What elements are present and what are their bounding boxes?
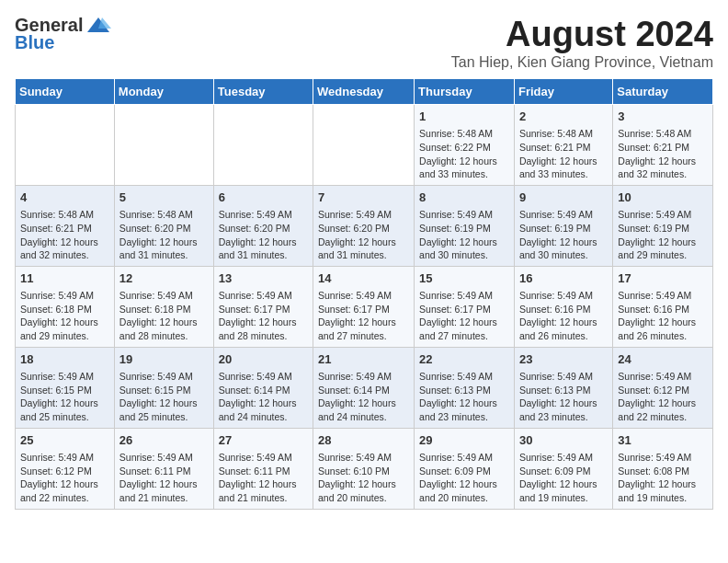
title-section: August 2024 Tan Hiep, Kien Giang Provinc… xyxy=(451,15,713,71)
day-number: 7 xyxy=(318,190,409,206)
week-row-1: 1Sunrise: 5:48 AM Sunset: 6:22 PM Daylig… xyxy=(16,105,713,186)
day-info: Sunrise: 5:49 AM Sunset: 6:11 PM Dayligh… xyxy=(119,451,209,505)
svg-marker-1 xyxy=(98,17,111,29)
day-cell: 13Sunrise: 5:49 AM Sunset: 6:17 PM Dayli… xyxy=(213,266,313,347)
day-number: 14 xyxy=(318,270,409,287)
day-info: Sunrise: 5:49 AM Sunset: 6:19 PM Dayligh… xyxy=(419,208,509,262)
day-number: 16 xyxy=(519,270,608,287)
page-header: General Blue August 2024 Tan Hiep, Kien … xyxy=(15,15,713,71)
day-cell: 25Sunrise: 5:49 AM Sunset: 6:12 PM Dayli… xyxy=(16,428,115,509)
day-info: Sunrise: 5:49 AM Sunset: 6:08 PM Dayligh… xyxy=(618,451,708,505)
day-info: Sunrise: 5:48 AM Sunset: 6:21 PM Dayligh… xyxy=(519,127,608,181)
day-number: 25 xyxy=(20,432,109,449)
day-number: 3 xyxy=(618,109,708,125)
day-info: Sunrise: 5:49 AM Sunset: 6:17 PM Dayligh… xyxy=(318,289,409,343)
day-header-friday: Friday xyxy=(514,79,612,105)
day-cell: 3Sunrise: 5:48 AM Sunset: 6:21 PM Daylig… xyxy=(613,105,713,186)
day-cell: 1Sunrise: 5:48 AM Sunset: 6:22 PM Daylig… xyxy=(415,105,515,186)
day-cell: 17Sunrise: 5:49 AM Sunset: 6:16 PM Dayli… xyxy=(613,266,713,347)
day-info: Sunrise: 5:49 AM Sunset: 6:20 PM Dayligh… xyxy=(219,208,308,262)
calendar-table: SundayMondayTuesdayWednesdayThursdayFrid… xyxy=(15,78,713,510)
day-cell: 14Sunrise: 5:49 AM Sunset: 6:17 PM Dayli… xyxy=(313,266,415,347)
day-info: Sunrise: 5:49 AM Sunset: 6:19 PM Dayligh… xyxy=(618,208,708,262)
day-header-wednesday: Wednesday xyxy=(313,79,415,105)
day-cell: 29Sunrise: 5:49 AM Sunset: 6:09 PM Dayli… xyxy=(415,428,515,509)
day-number: 28 xyxy=(318,432,409,449)
day-number: 2 xyxy=(519,109,608,125)
day-cell xyxy=(16,105,115,186)
day-info: Sunrise: 5:49 AM Sunset: 6:20 PM Dayligh… xyxy=(318,208,409,262)
day-info: Sunrise: 5:49 AM Sunset: 6:19 PM Dayligh… xyxy=(519,208,608,262)
day-cell xyxy=(114,105,213,186)
day-cell: 18Sunrise: 5:49 AM Sunset: 6:15 PM Dayli… xyxy=(16,347,115,428)
logo: General Blue xyxy=(15,15,111,53)
day-info: Sunrise: 5:49 AM Sunset: 6:14 PM Dayligh… xyxy=(318,370,409,424)
day-number: 22 xyxy=(419,351,509,368)
day-number: 21 xyxy=(318,351,409,368)
day-cell: 31Sunrise: 5:49 AM Sunset: 6:08 PM Dayli… xyxy=(613,428,713,509)
day-number: 24 xyxy=(618,351,708,368)
day-cell xyxy=(213,105,313,186)
day-cell xyxy=(313,105,415,186)
week-row-5: 25Sunrise: 5:49 AM Sunset: 6:12 PM Dayli… xyxy=(16,428,713,509)
day-number: 5 xyxy=(119,190,209,206)
day-number: 6 xyxy=(219,190,308,206)
day-info: Sunrise: 5:49 AM Sunset: 6:12 PM Dayligh… xyxy=(20,451,109,505)
day-info: Sunrise: 5:49 AM Sunset: 6:14 PM Dayligh… xyxy=(219,370,308,424)
day-cell: 9Sunrise: 5:49 AM Sunset: 6:19 PM Daylig… xyxy=(514,185,612,266)
day-header-thursday: Thursday xyxy=(415,79,515,105)
day-cell: 28Sunrise: 5:49 AM Sunset: 6:10 PM Dayli… xyxy=(313,428,415,509)
day-number: 9 xyxy=(519,190,608,206)
day-number: 17 xyxy=(618,270,708,287)
day-header-sunday: Sunday xyxy=(16,79,115,105)
day-cell: 26Sunrise: 5:49 AM Sunset: 6:11 PM Dayli… xyxy=(114,428,213,509)
week-row-3: 11Sunrise: 5:49 AM Sunset: 6:18 PM Dayli… xyxy=(16,266,713,347)
day-info: Sunrise: 5:49 AM Sunset: 6:11 PM Dayligh… xyxy=(219,451,308,505)
day-cell: 20Sunrise: 5:49 AM Sunset: 6:14 PM Dayli… xyxy=(213,347,313,428)
day-cell: 27Sunrise: 5:49 AM Sunset: 6:11 PM Dayli… xyxy=(213,428,313,509)
day-cell: 19Sunrise: 5:49 AM Sunset: 6:15 PM Dayli… xyxy=(114,347,213,428)
day-info: Sunrise: 5:48 AM Sunset: 6:20 PM Dayligh… xyxy=(119,208,209,262)
day-number: 27 xyxy=(219,432,308,449)
day-cell: 5Sunrise: 5:48 AM Sunset: 6:20 PM Daylig… xyxy=(114,185,213,266)
day-number: 30 xyxy=(519,432,608,449)
day-info: Sunrise: 5:49 AM Sunset: 6:18 PM Dayligh… xyxy=(119,289,209,343)
day-cell: 2Sunrise: 5:48 AM Sunset: 6:21 PM Daylig… xyxy=(514,105,612,186)
day-header-tuesday: Tuesday xyxy=(213,79,313,105)
day-info: Sunrise: 5:49 AM Sunset: 6:16 PM Dayligh… xyxy=(618,289,708,343)
day-info: Sunrise: 5:49 AM Sunset: 6:17 PM Dayligh… xyxy=(219,289,308,343)
day-cell: 4Sunrise: 5:48 AM Sunset: 6:21 PM Daylig… xyxy=(16,185,115,266)
day-cell: 10Sunrise: 5:49 AM Sunset: 6:19 PM Dayli… xyxy=(613,185,713,266)
day-number: 19 xyxy=(119,351,209,368)
day-cell: 24Sunrise: 5:49 AM Sunset: 6:12 PM Dayli… xyxy=(613,347,713,428)
day-info: Sunrise: 5:49 AM Sunset: 6:16 PM Dayligh… xyxy=(519,289,608,343)
day-cell: 6Sunrise: 5:49 AM Sunset: 6:20 PM Daylig… xyxy=(213,185,313,266)
day-cell: 23Sunrise: 5:49 AM Sunset: 6:13 PM Dayli… xyxy=(514,347,612,428)
day-info: Sunrise: 5:49 AM Sunset: 6:18 PM Dayligh… xyxy=(20,289,109,343)
day-info: Sunrise: 5:49 AM Sunset: 6:09 PM Dayligh… xyxy=(419,451,509,505)
day-number: 11 xyxy=(20,270,109,287)
day-cell: 15Sunrise: 5:49 AM Sunset: 6:17 PM Dayli… xyxy=(415,266,515,347)
day-number: 20 xyxy=(219,351,308,368)
month-title: August 2024 xyxy=(451,15,713,54)
day-cell: 21Sunrise: 5:49 AM Sunset: 6:14 PM Dayli… xyxy=(313,347,415,428)
day-number: 10 xyxy=(618,190,708,206)
day-number: 12 xyxy=(119,270,209,287)
day-number: 4 xyxy=(20,190,109,206)
day-cell: 7Sunrise: 5:49 AM Sunset: 6:20 PM Daylig… xyxy=(313,185,415,266)
day-number: 23 xyxy=(519,351,608,368)
day-cell: 11Sunrise: 5:49 AM Sunset: 6:18 PM Dayli… xyxy=(16,266,115,347)
day-cell: 22Sunrise: 5:49 AM Sunset: 6:13 PM Dayli… xyxy=(415,347,515,428)
day-cell: 8Sunrise: 5:49 AM Sunset: 6:19 PM Daylig… xyxy=(415,185,515,266)
day-info: Sunrise: 5:48 AM Sunset: 6:22 PM Dayligh… xyxy=(419,127,509,181)
week-row-2: 4Sunrise: 5:48 AM Sunset: 6:21 PM Daylig… xyxy=(16,185,713,266)
day-number: 18 xyxy=(20,351,109,368)
day-cell: 16Sunrise: 5:49 AM Sunset: 6:16 PM Dayli… xyxy=(514,266,612,347)
day-info: Sunrise: 5:49 AM Sunset: 6:12 PM Dayligh… xyxy=(618,370,708,424)
day-info: Sunrise: 5:49 AM Sunset: 6:09 PM Dayligh… xyxy=(519,451,608,505)
day-header-monday: Monday xyxy=(114,79,213,105)
day-info: Sunrise: 5:49 AM Sunset: 6:15 PM Dayligh… xyxy=(119,370,209,424)
day-info: Sunrise: 5:49 AM Sunset: 6:17 PM Dayligh… xyxy=(419,289,509,343)
logo-blue-text: Blue xyxy=(15,32,54,53)
day-number: 31 xyxy=(618,432,708,449)
